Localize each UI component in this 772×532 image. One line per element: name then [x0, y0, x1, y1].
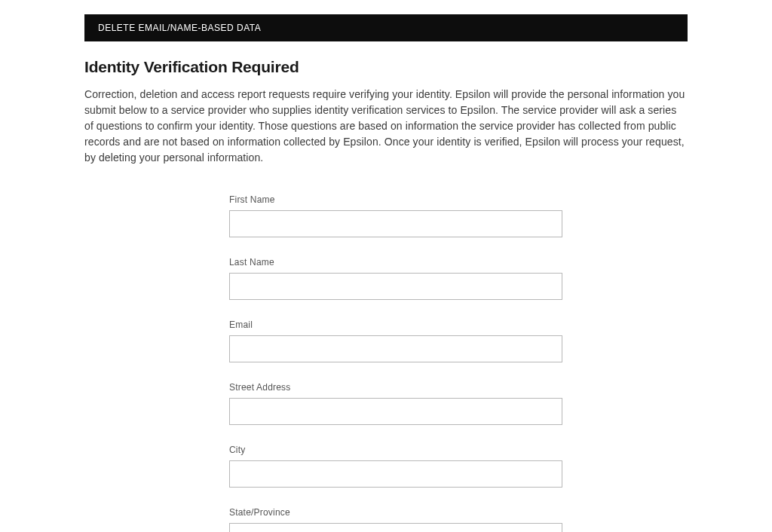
city-input[interactable] [229, 460, 562, 488]
form-group-street-address: Street Address [229, 382, 562, 425]
form-group-first-name: First Name [229, 194, 562, 237]
last-name-label: Last Name [229, 257, 562, 268]
form-group-state: State/Province Select [229, 507, 562, 532]
last-name-input[interactable] [229, 273, 562, 300]
form-group-city: City [229, 445, 562, 488]
form: First Name Last Name Email Street Addres… [84, 194, 688, 532]
header-bar: DELETE EMAIL/NAME-BASED DATA [84, 14, 688, 41]
page-title: Identity Verification Required [84, 58, 688, 76]
first-name-input[interactable] [229, 210, 562, 237]
page-description: Correction, deletion and access report r… [84, 87, 688, 166]
state-label: State/Province [229, 507, 562, 518]
email-input[interactable] [229, 335, 562, 362]
state-select-wrap: Select [229, 523, 562, 532]
street-address-label: Street Address [229, 382, 562, 393]
form-group-email: Email [229, 320, 562, 362]
state-select[interactable]: Select [229, 523, 562, 532]
first-name-label: First Name [229, 194, 562, 205]
email-label: Email [229, 320, 562, 330]
form-group-last-name: Last Name [229, 257, 562, 300]
city-label: City [229, 445, 562, 455]
street-address-input[interactable] [229, 398, 562, 425]
header-title: DELETE EMAIL/NAME-BASED DATA [98, 23, 261, 33]
